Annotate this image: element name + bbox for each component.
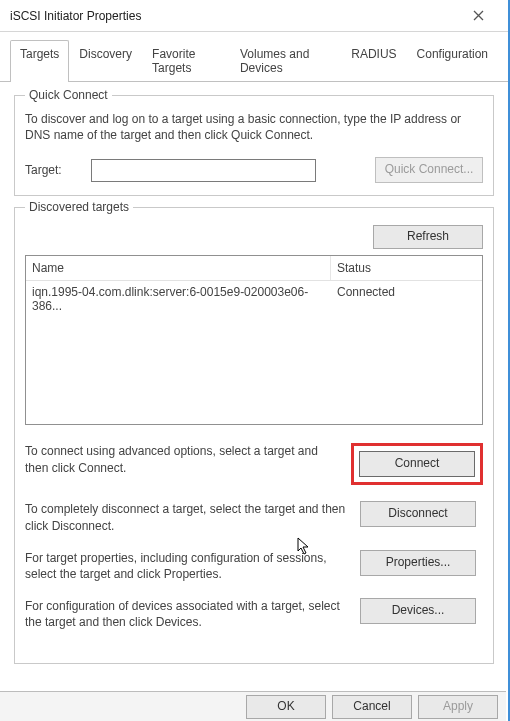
refresh-button[interactable]: Refresh: [373, 225, 483, 249]
quick-connect-description: To discover and log on to a target using…: [25, 111, 483, 143]
ok-button[interactable]: OK: [246, 695, 326, 719]
connect-highlight: Connect: [351, 443, 483, 485]
devices-instruction: For configuration of devices associated …: [25, 598, 346, 630]
apply-button: Apply: [418, 695, 498, 719]
iscsi-initiator-window: iSCSI Initiator Properties Targets Disco…: [0, 0, 510, 721]
discovered-targets-legend: Discovered targets: [25, 200, 133, 214]
discovered-targets-group: Discovered targets Refresh Name Status i…: [14, 200, 494, 663]
tab-favorite-targets[interactable]: Favorite Targets: [142, 40, 230, 81]
quick-connect-button: Quick Connect...: [375, 157, 483, 183]
table-row[interactable]: iqn.1995-04.com.dlink:server:6-0015e9-02…: [26, 281, 482, 317]
connect-instruction: To connect using advanced options, selec…: [25, 443, 337, 475]
cancel-button[interactable]: Cancel: [332, 695, 412, 719]
window-title: iSCSI Initiator Properties: [10, 9, 141, 23]
tab-radius[interactable]: RADIUS: [341, 40, 406, 81]
column-name[interactable]: Name: [26, 256, 331, 280]
properties-button[interactable]: Properties...: [360, 550, 476, 576]
dialog-footer: OK Cancel Apply: [0, 691, 506, 721]
column-status[interactable]: Status: [331, 256, 482, 280]
row-status: Connected: [331, 281, 482, 317]
tab-discovery[interactable]: Discovery: [69, 40, 142, 81]
titlebar: iSCSI Initiator Properties: [0, 0, 508, 32]
row-name: iqn.1995-04.com.dlink:server:6-0015e9-02…: [26, 281, 331, 317]
tab-volumes-devices[interactable]: Volumes and Devices: [230, 40, 341, 81]
disconnect-button[interactable]: Disconnect: [360, 501, 476, 527]
tab-targets[interactable]: Targets: [10, 40, 69, 82]
targets-list-header: Name Status: [26, 256, 482, 281]
quick-connect-group: Quick Connect To discover and log on to …: [14, 88, 494, 196]
target-row: Target: Quick Connect...: [25, 157, 483, 183]
devices-button[interactable]: Devices...: [360, 598, 476, 624]
connect-button[interactable]: Connect: [359, 451, 475, 477]
tab-configuration[interactable]: Configuration: [407, 40, 498, 81]
instruction-area: To connect using advanced options, selec…: [25, 443, 483, 630]
tab-content: Quick Connect To discover and log on to …: [0, 88, 508, 672]
target-label: Target:: [25, 163, 75, 177]
targets-list[interactable]: Name Status iqn.1995-04.com.dlink:server…: [25, 255, 483, 425]
target-input[interactable]: [91, 159, 316, 182]
tab-strip: Targets Discovery Favorite Targets Volum…: [0, 40, 508, 82]
disconnect-instruction: To completely disconnect a target, selec…: [25, 501, 346, 533]
quick-connect-legend: Quick Connect: [25, 88, 112, 102]
close-icon: [473, 10, 484, 21]
close-button[interactable]: [456, 2, 500, 30]
properties-instruction: For target properties, including configu…: [25, 550, 346, 582]
